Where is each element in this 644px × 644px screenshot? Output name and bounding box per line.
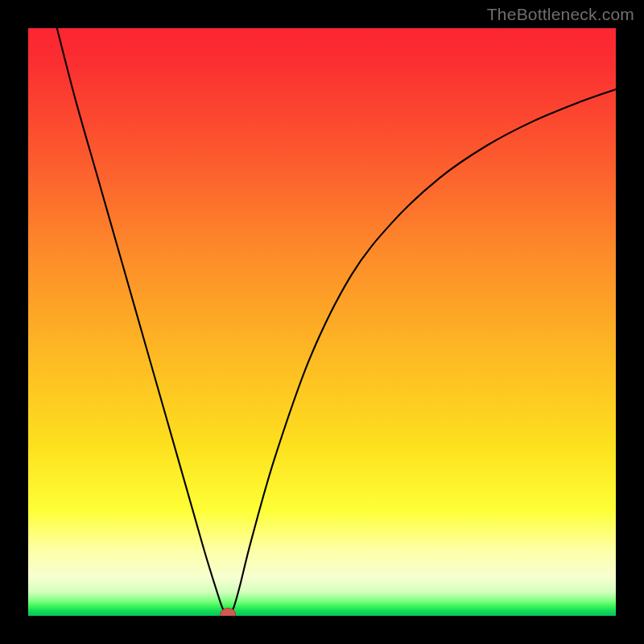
plot-area: [28, 28, 616, 616]
curve-layer: [28, 28, 616, 616]
watermark-label: TheBottleneck.com: [487, 5, 634, 24]
chart-frame: TheBottleneck.com: [0, 0, 644, 644]
bottleneck-curve: [57, 28, 616, 615]
